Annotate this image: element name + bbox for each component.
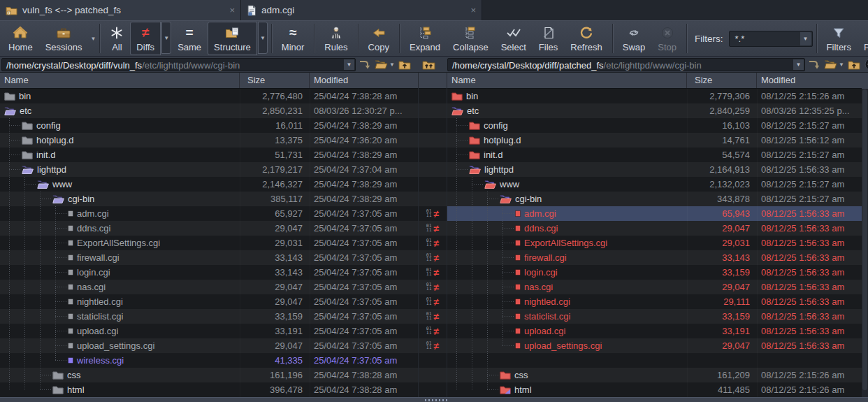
browse-folder-dropdown-icon[interactable]: ▼ [839,62,846,68]
expand-button[interactable]: Expand [403,22,447,55]
path-dropdown-icon[interactable]: ▼ [344,59,354,70]
home-button[interactable]: Home [2,22,39,55]
tree-row-firewall.cgi[interactable]: firewall.cgi33,14325/04/24 7:37:05 am [0,250,418,265]
diffs-button[interactable]: ≠Diffs [130,22,161,55]
parent-folder-both-icon[interactable] [420,57,437,72]
refresh-button[interactable]: Refresh [564,22,609,55]
tree-row-upload.cgi[interactable]: upload.cgi33,19108/12/25 1:56:33 am [447,324,862,338]
tree-row-nas.cgi[interactable]: nas.cgi29,04708/12/25 1:56:33 am [447,280,862,294]
tab-text-compare[interactable]: adm.cgi × [241,0,482,20]
select-button[interactable]: Select [495,22,533,55]
rules-button[interactable]: Rules [318,22,354,55]
tree-row-upload_settings.cgi[interactable]: upload_settings.cgi29,04708/12/25 1:56:3… [447,338,862,353]
column-header-modified[interactable]: Modified [310,73,418,88]
swap-button[interactable]: Swap [616,22,652,55]
tree-row-bin[interactable]: bin2,779,30608/12/25 2:15:26 am [447,89,862,103]
tree-row-hotplug.d[interactable]: hotplug.d13,37525/04/24 7:36:20 am [0,133,418,148]
path-dropdown-icon[interactable]: ▼ [793,59,804,70]
all-button[interactable]: All [103,22,130,55]
tree-row-config[interactable]: config16,10308/12/25 2:15:27 am [447,118,862,133]
tree-row-staticlist.cgi[interactable]: staticlist.cgi33,15925/04/24 7:37:05 am [0,309,418,324]
column-header-modified[interactable]: Modified [757,73,862,88]
collapse-button[interactable]: Collapse [447,22,495,55]
chevron-down-icon[interactable]: ▼ [90,36,96,42]
splitter-grip[interactable] [425,399,447,401]
files-button-group: Files [533,22,564,55]
filters-button[interactable]: Filters [820,22,858,55]
tree-row-firewall.cgi[interactable]: firewall.cgi33,14308/12/25 1:56:33 am [447,250,862,265]
browse-folder-dropdown-icon[interactable]: ▼ [389,62,396,68]
collapse-button-group: Collapse [447,22,495,55]
tree-row-ExportAllSettings.cgi[interactable]: ExportAllSettings.cgi29,03108/12/25 1:56… [447,236,862,250]
tree-row-adm.cgi[interactable]: adm.cgi65,92725/04/24 7:37:05 am [0,206,418,221]
column-header-name[interactable]: Name [0,73,240,88]
tree-row-etc[interactable]: etc2,850,23108/03/26 12:30:27 p... [0,103,418,118]
item-size: 65,943 [687,206,757,221]
tree-row-adm.cgi[interactable]: adm.cgi65,94308/12/25 1:56:33 am [447,206,862,221]
vertical-scrollbar[interactable] [862,73,868,397]
tree-row-css[interactable]: css161,19625/04/24 7:38:28 am [0,368,418,382]
tree-row-cgi-bin[interactable]: cgi-bin385,11725/04/24 7:38:29 am [0,192,418,206]
path-bar: /home/crystal/Desktop/diff/vuln_fs/etc/l… [0,57,868,73]
parent-folder-icon[interactable] [846,57,862,72]
files-button[interactable]: Files [533,22,564,55]
tree-row-wireless.cgi[interactable]: wireless.cgi41,33525/04/24 7:37:05 am [0,353,418,368]
file-changed-icon [515,328,521,334]
same-button[interactable]: =Same [171,22,208,55]
tree-row-nightled.cgi[interactable]: nightled.cgi29,04725/04/24 7:37:05 am [0,294,418,309]
browse-folder-icon[interactable] [822,57,839,72]
tree-row-nas.cgi[interactable]: nas.cgi29,04725/04/24 7:37:05 am [0,280,418,294]
browse-folder-icon[interactable] [372,57,389,72]
close-tab-icon[interactable]: × [229,6,235,15]
chevron-down-icon[interactable]: ▼ [161,22,171,54]
tree-row-www[interactable]: www2,132,02308/12/25 2:15:27 am [447,177,862,192]
tree-row-lighttpd[interactable]: lighttpd2,164,91308/12/25 1:56:33 am [447,162,862,177]
chevron-down-icon[interactable]: ▼ [258,22,268,54]
tree-row-login.cgi[interactable]: login.cgi33,15908/12/25 1:56:33 am [447,265,862,280]
tree-row-bin[interactable]: bin2,776,48025/04/24 7:38:28 am [0,89,418,103]
tree-row-html[interactable]: html411,48508/12/25 2:15:26 am [447,382,862,397]
tree-row-upload.cgi[interactable]: upload.cgi33,19125/04/24 7:37:05 am [0,324,418,338]
left-path-input[interactable]: /home/crystal/Desktop/diff/vuln_fs/etc/l… [1,58,356,71]
tree-row-nightled.cgi[interactable]: nightled.cgi29,11108/12/25 1:56:33 am [447,294,862,309]
column-header-name[interactable]: Name [447,73,687,88]
close-tab-icon[interactable]: × [470,6,476,15]
tree-row-init.d[interactable]: init.d51,73125/04/24 7:38:29 am [0,148,418,162]
scrollbar-thumb[interactable] [862,89,867,390]
tree-row-ddns.cgi[interactable]: ddns.cgi29,04708/12/25 1:56:33 am [447,221,862,236]
tree-row-cgi-bin[interactable]: cgi-bin343,87808/12/25 2:15:27 am [447,192,862,206]
tree-row-empty[interactable] [447,353,862,368]
tree-row-ExportAllSettings.cgi[interactable]: ExportAllSettings.cgi29,03125/04/24 7:37… [0,236,418,250]
column-header-size[interactable]: Size [240,73,310,88]
tree-row-etc[interactable]: etc2,840,25908/03/26 12:35:25 p... [447,103,862,118]
tree-row-config[interactable]: config16,01125/04/24 7:38:29 am [0,118,418,133]
copy-button[interactable]: Copy [362,22,396,55]
tree-row-ddns.cgi[interactable]: ddns.cgi29,04725/04/24 7:37:05 am [0,221,418,236]
back-icon[interactable] [862,57,868,72]
parent-folder-icon[interactable] [396,57,413,72]
enter-subfolder-icon[interactable] [356,57,372,72]
peek-button[interactable]: Peek [858,22,868,55]
enter-subfolder-icon[interactable] [805,57,822,72]
tree-row-upload_settings.cgi[interactable]: upload_settings.cgi29,04725/04/24 7:37:0… [0,338,418,353]
tab-folder-compare[interactable]: vuln_fs <--> patched_fs × [0,0,241,20]
tree-row-staticlist.cgi[interactable]: staticlist.cgi33,15908/12/25 1:56:33 am [447,309,862,324]
compare-window: vuln_fs <--> patched_fs × adm.cgi × Home… [0,0,868,402]
tree-row-html[interactable]: html396,47825/04/24 7:38:28 am [0,382,418,397]
chevron-down-icon[interactable]: ▼ [800,32,811,45]
tree-row-www[interactable]: www2,146,32725/04/24 7:38:29 am [0,177,418,192]
structure-button[interactable]: Structure [208,22,257,55]
sessions-button[interactable]: Sessions [39,22,89,55]
tree-row-lighttpd[interactable]: lighttpd2,179,21725/04/24 7:37:04 am [0,162,418,177]
tree-row-init.d[interactable]: init.d54,57408/12/25 2:15:27 am [447,148,862,162]
stop-button[interactable]: Stop [651,22,683,55]
filters-combobox[interactable]: *.*▼ [729,31,813,47]
tree-row-hotplug.d[interactable]: hotplug.d14,76108/12/25 1:56:12 am [447,133,862,148]
file-changed-icon [515,299,521,305]
minor-button[interactable]: ≈Minor [275,22,311,55]
right-path-input[interactable]: /home/crystal/Desktop/diff/patched_fs/et… [447,58,805,71]
tree-row-login.cgi[interactable]: login.cgi33,14325/04/24 7:37:05 am [0,265,418,280]
diff-indicator-column-header [419,73,447,89]
tree-row-css[interactable]: css161,20908/12/25 2:15:26 am [447,368,862,382]
column-header-size[interactable]: Size [687,73,757,88]
